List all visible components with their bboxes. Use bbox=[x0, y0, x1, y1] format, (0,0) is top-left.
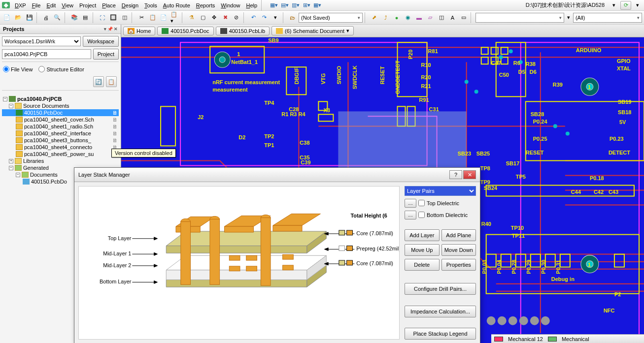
component-icon[interactable]: ▭ bbox=[459, 12, 469, 23]
add-layer-button[interactable]: Add Layer bbox=[405, 229, 440, 241]
tab-schdoc[interactable]: (6) Schematic Document ▾ bbox=[271, 26, 354, 35]
svg-text:NetBat1_1: NetBat1_1 bbox=[231, 59, 258, 65]
menu-tools[interactable]: Tools bbox=[141, 1, 160, 10]
cut-icon[interactable]: ✂ bbox=[136, 12, 147, 23]
browse-icon[interactable]: 🗁 bbox=[287, 12, 298, 23]
zoom-area-icon[interactable]: 🔲 bbox=[108, 12, 119, 23]
clear-icon[interactable]: ⊘ bbox=[232, 12, 242, 23]
panel-close-icon[interactable]: ✕ bbox=[114, 27, 118, 31]
undo-icon[interactable]: ↶ bbox=[248, 12, 259, 23]
select-icon[interactable]: ▢ bbox=[198, 12, 208, 23]
menu-window[interactable]: Window bbox=[218, 1, 243, 10]
top-dielectric-btn[interactable]: .... bbox=[405, 199, 416, 208]
dialog-titlebar[interactable]: Layer Stack Manager ? ✕ bbox=[74, 168, 480, 182]
dialog-help-icon[interactable]: ? bbox=[449, 170, 462, 179]
path-dropdown-icon[interactable]: ▾ bbox=[610, 0, 618, 10]
pad-icon[interactable]: ◉ bbox=[403, 12, 413, 23]
panel-menu-icon[interactable]: ▾ bbox=[104, 27, 106, 31]
svg-point-45 bbox=[553, 124, 557, 128]
tree-libraries[interactable]: +Libraries bbox=[2, 157, 119, 164]
tree-item-sheet0[interactable]: pca10040_sheet0_cover.Sch🗎 bbox=[2, 116, 119, 123]
move-down-button[interactable]: Move Down bbox=[441, 244, 476, 256]
workspace-button[interactable]: Workspace bbox=[83, 36, 119, 47]
print-icon[interactable]: 🖨 bbox=[41, 12, 52, 23]
copy-icon[interactable]: 📋 bbox=[148, 12, 158, 23]
menu-design[interactable]: Design bbox=[119, 1, 141, 10]
paste-special-icon[interactable]: 📋▾ bbox=[170, 12, 180, 23]
impedance-calc-button[interactable]: Impedance Calculation... bbox=[405, 306, 476, 317]
menu-dxp[interactable]: DXP bbox=[12, 1, 29, 10]
menu-file[interactable]: File bbox=[29, 1, 44, 10]
paste-icon[interactable]: 📄 bbox=[159, 12, 169, 23]
tree-item-sheet1[interactable]: pca10040_sheet1_radio.Sch🗎 bbox=[2, 123, 119, 130]
open-file-icon[interactable]: 📂 bbox=[13, 12, 24, 23]
file-view-radio[interactable]: File View bbox=[3, 66, 33, 72]
redo-icon[interactable]: ↷ bbox=[259, 12, 270, 23]
preview-icon[interactable]: 🔍 bbox=[52, 12, 63, 23]
tree-root[interactable]: − pca10040.PrjPCB bbox=[2, 95, 119, 102]
deselect-icon[interactable]: ✖ bbox=[220, 12, 231, 23]
dialog-close-icon[interactable]: ✕ bbox=[463, 170, 476, 179]
configure-drill-pairs-button[interactable]: Configure Drill Pairs... bbox=[405, 283, 476, 295]
menu-view[interactable]: View bbox=[59, 1, 76, 10]
panel-pin-icon[interactable]: 📌 bbox=[107, 27, 113, 31]
menu-help[interactable]: Help bbox=[243, 1, 260, 10]
svg-text:P0.18: P0.18 bbox=[590, 175, 604, 181]
tool-icon-2[interactable]: ▤▾ bbox=[279, 0, 290, 11]
extra-dropdown-icon[interactable]: ▾ bbox=[633, 0, 642, 10]
fill-icon[interactable]: ▬ bbox=[414, 12, 424, 23]
tool-icon-5[interactable]: ▦▾ bbox=[312, 0, 323, 11]
region-icon[interactable]: ◫ bbox=[436, 12, 446, 23]
tree-options-icon[interactable]: 📋 bbox=[106, 76, 117, 87]
route-icon-1[interactable]: ⬈ bbox=[370, 12, 380, 23]
menu-project[interactable]: Project bbox=[76, 1, 99, 10]
tree-item-sheet3[interactable]: pca10040_sheet3_buttons_🗎 bbox=[2, 137, 119, 144]
polygon-icon[interactable]: ▱ bbox=[425, 12, 436, 23]
tree-item-sheet2[interactable]: pca10040_sheet2_interface🗎 bbox=[2, 130, 119, 137]
tool-icon-1[interactable]: ▦▾ bbox=[269, 0, 279, 11]
undo-dropdown-icon[interactable]: ▾ bbox=[271, 12, 281, 23]
move-icon[interactable]: ✥ bbox=[209, 12, 219, 23]
save-icon[interactable]: 💾 bbox=[24, 12, 34, 23]
workspace-select[interactable]: Workspace1.DsnWrk bbox=[2, 36, 81, 46]
menu-auto-route[interactable]: Auto Route bbox=[160, 1, 193, 10]
books-icon[interactable]: 📚 bbox=[69, 12, 79, 23]
layer-pairs-select[interactable]: Layer Pairs bbox=[405, 186, 476, 196]
tree-item-pcbdoc[interactable]: 400150.PcbDoc 🗎 bbox=[2, 109, 119, 116]
tab-pcbdoc[interactable]: 400150.PcbDoc bbox=[157, 27, 213, 35]
tree-source-docs[interactable]: − Source Documents bbox=[2, 102, 119, 109]
string-icon[interactable]: A bbox=[447, 12, 458, 23]
menu-edit[interactable]: Edit bbox=[43, 1, 59, 10]
properties-button[interactable]: Properties bbox=[441, 259, 476, 271]
tree-item-sheet4[interactable]: pca10040_sheet4_connecto🗎 bbox=[2, 144, 119, 151]
top-dielectric-check[interactable] bbox=[418, 200, 425, 206]
zoom-fit-icon[interactable]: ⛶ bbox=[97, 12, 107, 23]
menu-place[interactable]: Place bbox=[99, 1, 119, 10]
menu-reports[interactable]: Reports bbox=[193, 1, 218, 10]
filter-all-combo[interactable]: (All) bbox=[573, 13, 642, 23]
zoom-select-icon[interactable]: ◫ bbox=[120, 12, 130, 23]
place-stackup-legend-button[interactable]: Place Stackup Legend bbox=[405, 328, 476, 340]
move-up-button[interactable]: Move Up bbox=[405, 244, 440, 256]
via-icon[interactable]: ● bbox=[392, 12, 402, 23]
tree-item-sheet5[interactable]: pca10040_sheet5_power_su🗎 bbox=[2, 151, 119, 157]
saved-combo[interactable]: (Not Saved) bbox=[299, 13, 363, 23]
bottom-dielectric-check[interactable] bbox=[418, 212, 425, 218]
route-icon-2[interactable]: ⤴ bbox=[380, 12, 391, 23]
bottom-dielectric-btn[interactable]: .... bbox=[405, 211, 416, 219]
structure-editor-radio[interactable]: Structure Editor bbox=[38, 66, 84, 72]
tool-icon-3[interactable]: ▥▾ bbox=[290, 0, 301, 11]
refresh-tree-icon[interactable]: 🔄 bbox=[93, 76, 104, 87]
filter-icon[interactable]: ⚗ bbox=[187, 12, 197, 23]
refresh-icon[interactable]: ⟳ bbox=[620, 1, 631, 10]
new-file-icon[interactable]: 📄 bbox=[2, 12, 12, 23]
delete-button[interactable]: Delete bbox=[405, 259, 440, 271]
tool-icon-4[interactable]: ⊞▾ bbox=[301, 0, 312, 11]
filter-combo[interactable] bbox=[475, 13, 564, 23]
tab-home[interactable]: 🏠Home bbox=[123, 27, 155, 35]
project-button[interactable]: Project bbox=[93, 49, 119, 60]
tab-pcblib[interactable]: 400150.PcbLib bbox=[216, 27, 270, 35]
layers-icon[interactable]: ▤ bbox=[80, 12, 91, 23]
add-plane-button[interactable]: Add Plane bbox=[441, 229, 476, 241]
project-field[interactable] bbox=[2, 49, 91, 59]
